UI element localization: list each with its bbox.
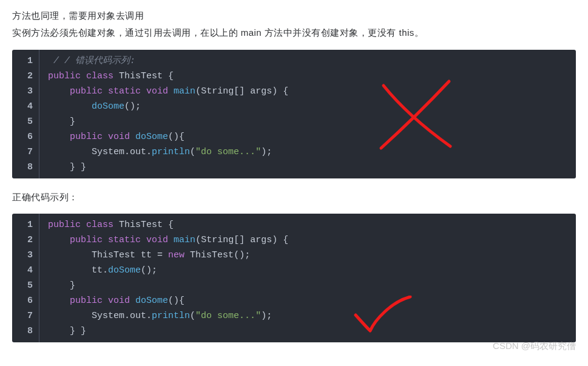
code-line: } xyxy=(39,114,576,129)
code-line: ThisTest tt = new ThisTest(); xyxy=(39,248,576,263)
code-body: public class ThisTest { public static vo… xyxy=(39,214,576,342)
code-line: tt.doSome(); xyxy=(39,263,576,278)
code-line: public class ThisTest { xyxy=(39,217,576,232)
code-line: System.out.println("do some..."); xyxy=(39,308,576,324)
code-line: public class ThisTest { xyxy=(39,69,576,84)
code-line: } } xyxy=(39,324,576,339)
code-line: public static void main(String[] args) { xyxy=(39,232,576,248)
code-block-wrong: 1 2 3 4 5 6 7 8 / / 错误代码示列: public class… xyxy=(12,50,576,178)
code-line: } } xyxy=(39,160,576,175)
code-line: System.out.println("do some..."); xyxy=(39,144,576,160)
code-line: public static void main(String[] args) { xyxy=(39,84,576,99)
code-line: } xyxy=(39,278,576,293)
correct-label: 正确代码示列： xyxy=(12,189,576,205)
intro-line-2: 实例方法必须先创建对象，通过引用去调用，在以上的 main 方法中并没有创建对象… xyxy=(12,25,576,41)
code-line: public void doSome(){ xyxy=(39,129,576,144)
code-line: doSome(); xyxy=(39,99,576,114)
code-line: public void doSome(){ xyxy=(39,293,576,308)
code-body: / / 错误代码示列: public class ThisTest { publ… xyxy=(39,50,576,178)
line-gutter: 1 2 3 4 5 6 7 8 xyxy=(12,50,39,178)
line-gutter: 1 2 3 4 5 6 7 8 xyxy=(12,214,39,342)
code-block-correct: 1 2 3 4 5 6 7 8 public class ThisTest { … xyxy=(12,214,576,342)
intro-line-1: 方法也同理，需要用对象去调用 xyxy=(12,8,576,24)
code-line: / / 错误代码示列: xyxy=(39,53,576,69)
